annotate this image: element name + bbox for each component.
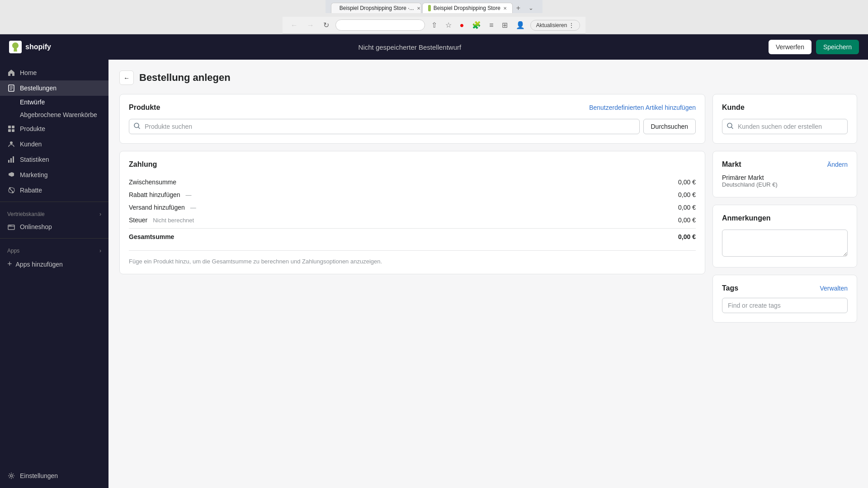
tab-close-1[interactable]: ✕ [417, 6, 420, 11]
market-card-title: Markt [722, 160, 741, 169]
menu-icon[interactable]: ≡ [486, 20, 496, 30]
product-search-input[interactable] [129, 119, 640, 134]
sidebar-online-store-label: Onlineshop [20, 223, 52, 230]
share-icon[interactable]: ⇧ [429, 20, 440, 30]
svg-point-12 [10, 225, 11, 226]
sidebar-item-marketing[interactable]: Marketing [0, 167, 108, 183]
topbar-title: Nicht gespeicherter Bestellentwurf [60, 43, 760, 51]
sidebar-divider-1 [0, 202, 108, 202]
reload-button[interactable]: ↻ [321, 20, 332, 30]
sidebar-analytics-label: Statistiken [20, 156, 49, 163]
page-title: Bestellung anlegen [139, 72, 231, 84]
market-change-button[interactable]: Ändern [827, 161, 848, 168]
sidebar-item-add-apps[interactable]: + Apps hinzufügen [0, 256, 108, 272]
discount-value: 0,00 € [678, 191, 696, 198]
customer-search-input[interactable] [722, 119, 848, 134]
payment-row-tax: Steuer Nicht berechnet 0,00 € [129, 214, 696, 226]
orders-icon [7, 84, 15, 92]
home-icon [7, 69, 15, 77]
market-info: Primärer Markt Deutschland (EUR €) [722, 174, 848, 188]
add-custom-item-button[interactable]: Benutzerdefinierten Artikel hinzufügen [589, 104, 696, 111]
back-button[interactable]: ← [119, 70, 134, 85]
back-nav-button[interactable]: ← [288, 20, 301, 30]
opera-icon[interactable]: ● [457, 20, 467, 30]
sidebar-apps-chevron: › [99, 248, 101, 254]
sidebar-item-discounts[interactable]: Rabatte [0, 183, 108, 198]
profile-icon[interactable]: 👤 [513, 20, 528, 30]
settings-icon [7, 472, 15, 480]
sidebar-item-analytics[interactable]: Statistiken [0, 152, 108, 167]
sidebar-channels-chevron: › [99, 211, 101, 217]
tax-value: 0,00 € [678, 216, 696, 224]
active-tab[interactable]: Beispiel Dropshipping Store ·... ✕ [331, 3, 421, 13]
sidebar-apps-label: Apps [7, 248, 19, 254]
sidebar-settings-label: Einstellungen [20, 472, 58, 479]
market-name: Primärer Markt [722, 174, 848, 181]
shipping-label: Versand hinzufügen [129, 204, 185, 211]
bookmark-icon[interactable]: ☆ [443, 20, 454, 30]
tab-favicon-2 [428, 5, 431, 11]
update-button-label: Aktualisieren [536, 22, 567, 28]
sidebar-item-drafts[interactable]: Entwürfe [0, 96, 108, 108]
shopify-logo-text: shopify [25, 43, 51, 51]
inactive-tab[interactable]: Beispiel Dropshipping Store ✕ [422, 3, 513, 13]
discount-note: — [186, 192, 192, 198]
payment-card-title: Zahlung [129, 160, 696, 169]
extensions-icon[interactable]: 🧩 [469, 20, 484, 30]
left-column: Produkte Benutzerdefinierten Artikel hin… [119, 94, 705, 330]
total-label: Gesamtsumme [129, 233, 174, 240]
browse-button[interactable]: Durchsuchen [643, 119, 696, 134]
tab-close-2[interactable]: ✕ [503, 6, 507, 11]
shopify-logo-icon [9, 41, 22, 53]
market-detail: Deutschland (EUR €) [722, 181, 848, 188]
tags-card-title: Tags [722, 284, 738, 292]
address-bar[interactable]: beispiel-dropshipping-store.myshopify.co… [335, 19, 425, 31]
add-apps-plus-icon: + [7, 259, 12, 269]
forward-nav-button[interactable]: → [304, 20, 317, 30]
save-button[interactable]: Speichern [816, 40, 859, 54]
active-tab-label: Beispiel Dropshipping Store ·... [340, 5, 414, 11]
svg-point-6 [10, 141, 13, 144]
sidebar-add-apps-label: Apps hinzufügen [16, 261, 63, 268]
payment-info-text: Füge ein Produkt hinzu, um die Gesamtsum… [129, 250, 696, 265]
sidebar-item-abandoned[interactable]: Abgebrochene Warenkörbe [0, 108, 108, 121]
discounts-icon [7, 186, 15, 194]
sidebar-customers-label: Kunden [20, 141, 42, 148]
sidebar-section-apps: Apps › [0, 242, 108, 256]
product-search-bar: Durchsuchen [129, 119, 696, 134]
payment-card: Zahlung Zwischensumme 0,00 € Rabatt hinz… [119, 151, 705, 274]
subtotal-label: Zwischensumme [129, 178, 176, 186]
total-value: 0,00 € [678, 233, 696, 240]
new-tab-button[interactable]: + [514, 3, 523, 13]
sidebar-item-products[interactable]: Produkte [0, 121, 108, 136]
sidebar-item-customers[interactable]: Kunden [0, 136, 108, 152]
discount-label-group: Rabatt hinzufügen — [129, 191, 192, 198]
market-card: Markt Ändern Primärer Markt Deutschland … [712, 151, 857, 197]
sidebar-item-settings[interactable]: Einstellungen [0, 468, 108, 483]
page-header: ← Bestellung anlegen [119, 70, 857, 85]
customer-search-wrapper [722, 119, 848, 134]
tab-menu-button[interactable]: ⌄ [525, 3, 537, 13]
grid-icon[interactable]: ⊞ [499, 20, 510, 30]
products-icon [7, 125, 15, 133]
customer-card: Kunde [712, 94, 857, 144]
discard-button[interactable]: Verwerfen [769, 40, 811, 54]
market-header: Markt Ändern [722, 160, 848, 169]
shipping-label-group: Versand hinzufügen — [129, 204, 196, 211]
sidebar-discounts-label: Rabatte [20, 187, 42, 194]
products-header: Produkte Benutzerdefinierten Artikel hin… [129, 103, 696, 112]
sidebar-item-orders[interactable]: Bestellungen [0, 80, 108, 96]
notes-textarea[interactable] [722, 230, 848, 257]
tags-input[interactable] [722, 298, 848, 313]
sidebar-divider-2 [0, 238, 108, 239]
sidebar-abandoned-label: Abgebrochene Warenkörbe [20, 111, 97, 118]
notes-card: Anmerkungen [712, 205, 857, 267]
sidebar-item-home[interactable]: Home [0, 65, 108, 80]
payment-row-total: Gesamtsumme 0,00 € [129, 228, 696, 243]
svg-rect-2 [8, 126, 11, 128]
sidebar-home-label: Home [20, 69, 37, 76]
discount-label: Rabatt hinzufügen [129, 191, 180, 198]
update-button[interactable]: Aktualisieren ⋮ [530, 20, 580, 31]
sidebar-item-online-store[interactable]: Onlineshop [0, 219, 108, 235]
tags-manage-button[interactable]: Verwalten [820, 285, 848, 292]
